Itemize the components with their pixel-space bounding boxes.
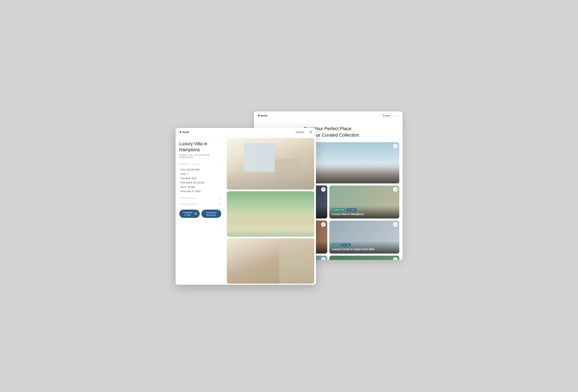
upper-east-badge-type: Condo — [332, 244, 340, 246]
bedroom-image — [227, 138, 314, 190]
queens-expand-button[interactable]: ↗ — [321, 222, 326, 227]
other-details-toggle[interactable]: + — [219, 196, 221, 200]
kitchen-details-toggle[interactable]: + — [219, 203, 221, 206]
kitchen-details-section: KITCHEN DETAILS + — [179, 203, 221, 206]
hamptons-badges: Single Family For Sale — [332, 208, 397, 211]
kitchen-details-header[interactable]: KITCHEN DETAILS + — [179, 203, 221, 206]
detail-panel: Luxury Villa in Hamptons Hamptons Villa … — [176, 136, 225, 285]
property-details-header[interactable]: PROPERTY DETAILS − — [179, 163, 221, 166]
other-details-header[interactable]: OTHER DETAILS + — [179, 196, 221, 200]
property-details-list: Price: $15,000,000 Units: 7 Year Built: … — [179, 168, 221, 193]
back-nav: ✳ Archi Enquire ⋯ — [254, 111, 403, 120]
other-details-section: OTHER DETAILS + — [179, 196, 221, 200]
brooklyn-expand-button[interactable]: ↗ — [321, 187, 326, 192]
property-details-toggle[interactable]: − — [219, 163, 221, 166]
upper-east-overlay: Condo For Sale Luxury Condo in Upper Eas… — [329, 241, 399, 253]
property-title: Luxury Villa in Hamptons — [179, 141, 221, 153]
property-address: Hamptons Villa | 30 Ocean Road, Bridgeha… — [179, 154, 221, 158]
detail-price-per-unit: Price p/Unit: $2,142,857 — [179, 181, 221, 185]
back-menu-icon[interactable]: ⋯ — [396, 114, 399, 118]
upper-east-card-title: Luxury Condo in Upper East Side — [332, 247, 397, 251]
row3a-expand-button[interactable]: ↗ — [321, 257, 326, 260]
hamptons-card-title: Luxury Villa in Hamptons — [332, 212, 397, 216]
detail-units: Units: 7 — [179, 172, 221, 176]
hamptons-card[interactable]: ↗ Single Family For Sale Luxury Villa in… — [329, 186, 399, 218]
dining-image — [227, 238, 314, 284]
row3b-expand-button[interactable]: ↗ — [393, 257, 398, 260]
detail-content: Luxury Villa in Hamptons Hamptons Villa … — [176, 136, 316, 285]
upper-east-badge-status: For Sale — [341, 244, 351, 246]
upper-east-card[interactable]: ↗ Condo For Sale Luxury Condo in Upper E… — [329, 221, 399, 253]
schedule-arrow-icon: ↗ — [194, 212, 197, 215]
front-nav: ✳ Archi Enquire ☰ — [176, 128, 316, 136]
upper-east-badges: Condo For Sale — [332, 244, 397, 246]
hamptons-badge-type: Single Family — [332, 208, 346, 211]
property-details-section: PROPERTY DETAILS − Price: $15,000,000 Un… — [179, 163, 221, 193]
villa-exterior-image — [227, 191, 314, 237]
images-panel: About the Property Soar above the vibran… — [225, 136, 316, 285]
hamptons-expand-button[interactable]: ↗ — [393, 187, 398, 192]
detail-sqft: Sq. ft.: 25,000 — [179, 185, 221, 189]
detail-price: Price: $15,000,000 — [179, 168, 221, 172]
hamptons-badge-status: For Sale — [347, 208, 357, 211]
hamptons-overlay: Single Family For Sale Luxury Villa in H… — [329, 206, 399, 218]
detail-price-per-sqft: Price p/Sq. ft.: $320 — [179, 189, 221, 194]
detail-year: Year Built: 2022 — [179, 176, 221, 181]
back-logo: ✳ Archi — [258, 114, 267, 117]
featured-expand-button[interactable]: ↗ — [393, 144, 398, 148]
back-enquire-button[interactable]: Enquire — [380, 113, 393, 118]
row3b-card[interactable]: ↗ Suite For Rent Garden Terrace Suite — [329, 256, 399, 260]
front-nav-right: Enquire ☰ — [294, 130, 312, 134]
property-detail-window: ✳ Archi Enquire ☰ Luxury Villa in Hampto… — [176, 128, 316, 285]
schedule-tour-button[interactable]: Schedule a Tour ↗ — [179, 210, 200, 218]
download-brochure-button[interactable]: Download Brochure — [201, 210, 221, 218]
action-buttons: Schedule a Tour ↗ Download Brochure — [179, 210, 221, 218]
front-menu-icon[interactable]: ☰ — [309, 130, 312, 134]
front-logo: ✳ Archi — [179, 131, 189, 134]
upper-east-expand-button[interactable]: ↗ — [393, 222, 398, 227]
front-enquire-button[interactable]: Enquire — [294, 130, 307, 134]
scene: ✳ Archi Enquire ⋯ Find Your Perfect Plac… — [176, 111, 403, 281]
